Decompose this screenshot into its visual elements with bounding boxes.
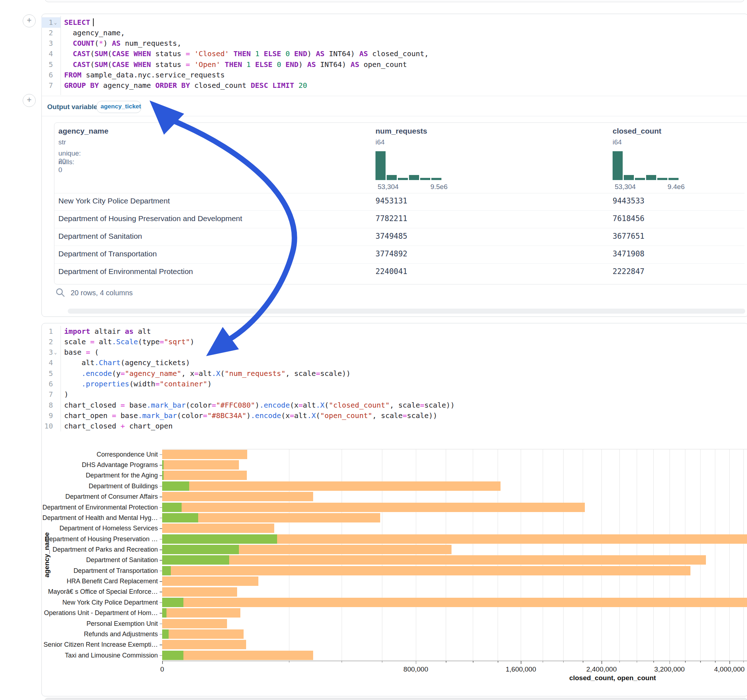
code-line[interactable]: ) — [64, 389, 713, 400]
histogram-bar[interactable] — [668, 178, 679, 180]
histogram-bar[interactable] — [657, 178, 667, 180]
y-axis-label: HRA Benefit Card Replacement — [36, 577, 158, 585]
line-number: 4 — [41, 48, 60, 59]
code-line[interactable]: .encode(y="agency_name", x=alt.X("num_re… — [64, 368, 713, 379]
table-cell-value: 7782211 — [375, 214, 408, 223]
code-token: + — [121, 422, 125, 430]
code-token: = — [186, 49, 190, 58]
collapse-chevron-icon[interactable]: ⌄ — [53, 17, 58, 28]
collapse-chevron-icon[interactable]: ⌄ — [53, 347, 58, 358]
histogram-bar[interactable] — [646, 175, 656, 180]
code-token: ( — [90, 348, 99, 356]
code-token: .mark_bar — [147, 401, 186, 409]
code-token: = — [86, 348, 90, 356]
code-line[interactable]: import altair as alt — [64, 326, 713, 337]
bar-closed-count[interactable] — [162, 629, 243, 639]
bar-open-count[interactable] — [162, 534, 277, 544]
bar-closed-count[interactable] — [162, 651, 313, 660]
bar-open-count[interactable] — [162, 608, 166, 617]
previous-cell-edge — [45, 0, 744, 2]
code-line[interactable]: scale = alt.Scale(type="sqrt") — [64, 337, 713, 347]
gridline — [289, 449, 289, 661]
code-line[interactable]: GROUP BY agency_name ORDER BY closed_cou… — [64, 80, 677, 91]
histogram-bar[interactable] — [431, 178, 442, 180]
bar-closed-count[interactable] — [162, 503, 585, 512]
bar-open-count[interactable] — [162, 629, 169, 639]
code-token: ( — [107, 60, 112, 69]
histogram-bar[interactable] — [409, 175, 419, 180]
y-axis-label: Refunds and Adjustments — [36, 630, 158, 638]
add-cell-button-middle[interactable]: + — [23, 94, 36, 107]
line-number: 7 — [41, 389, 60, 400]
code-line[interactable]: alt.Chart(agency_tickets) — [64, 358, 713, 368]
code-token — [190, 60, 194, 69]
column-header[interactable]: closed_count — [612, 127, 661, 136]
code-line[interactable]: chart_closed + chart_open — [64, 421, 713, 431]
code-line[interactable]: .properties(width="container") — [64, 379, 713, 389]
column-header[interactable]: num_requests — [375, 127, 427, 136]
histogram-bar[interactable] — [624, 175, 634, 180]
histogram-bar[interactable] — [635, 178, 645, 180]
row-separator — [54, 263, 744, 264]
code-token: alt — [64, 358, 94, 367]
y-axis-tick — [160, 613, 162, 614]
histogram-bar[interactable] — [420, 178, 430, 180]
bar-open-count[interactable] — [162, 651, 183, 660]
bar-closed-count[interactable] — [162, 566, 690, 575]
bar-closed-count[interactable] — [162, 555, 706, 564]
bar-open-count[interactable] — [162, 481, 189, 491]
bar-open-count[interactable] — [162, 471, 163, 480]
sql-code-editor[interactable]: SELECT agency_name, COUNT(*) AS num_requ… — [64, 17, 677, 91]
bar-closed-count[interactable] — [162, 523, 274, 533]
bar-closed-count[interactable] — [162, 619, 227, 628]
histogram-bar[interactable] — [612, 151, 623, 180]
line-number: 9 — [41, 410, 60, 421]
code-token: (width — [129, 380, 155, 388]
histogram-bar[interactable] — [398, 178, 408, 180]
row-separator — [54, 246, 744, 246]
bar-open-count[interactable] — [162, 566, 171, 575]
code-line[interactable]: CAST(SUM(CASE WHEN status = 'Open' THEN … — [64, 59, 677, 70]
python-code-editor[interactable]: import altair as altscale = alt.Scale(ty… — [64, 326, 713, 432]
gridline — [583, 449, 583, 661]
table-horizontal-scrollbar[interactable] — [68, 309, 745, 314]
code-line[interactable]: CAST(SUM(CASE WHEN status = 'Closed' THE… — [64, 48, 677, 59]
bar-closed-count[interactable] — [162, 640, 246, 649]
bar-closed-count[interactable] — [162, 492, 313, 501]
histogram-bar[interactable] — [375, 151, 386, 180]
code-line[interactable]: base = ( — [64, 347, 713, 358]
bar-open-count[interactable] — [162, 513, 198, 522]
bar-closed-count[interactable] — [162, 450, 247, 459]
bar-closed-count[interactable] — [162, 598, 747, 607]
bar-open-count[interactable] — [162, 545, 239, 554]
table-row-count-label: 20 rows, 4 columns — [71, 289, 133, 297]
bar-open-count[interactable] — [162, 598, 183, 607]
code-line[interactable]: agency_name, — [64, 28, 677, 38]
add-cell-button-top[interactable]: + — [23, 14, 36, 27]
bar-closed-count[interactable] — [162, 587, 237, 597]
next-cell-edge[interactable] — [44, 698, 747, 700]
bar-open-count[interactable] — [162, 503, 181, 512]
code-token: = — [112, 411, 116, 420]
column-header[interactable]: agency_name — [58, 127, 109, 136]
code-line[interactable]: COUNT(*) AS num_requests, — [64, 38, 677, 48]
code-token: ELSE — [264, 49, 281, 58]
bar-open-count[interactable] — [162, 460, 163, 469]
histogram-bar[interactable] — [387, 175, 397, 180]
code-token: import — [64, 327, 90, 336]
x-axis-tick — [700, 661, 701, 662]
bar-closed-count[interactable] — [162, 471, 247, 480]
output-variable-pill[interactable]: agency_tickets — [97, 101, 141, 113]
search-icon[interactable] — [55, 287, 66, 299]
bar-closed-count[interactable] — [162, 576, 259, 586]
code-line[interactable]: chart_open = base.mark_bar(color="#8BC34… — [64, 410, 713, 421]
bar-closed-count[interactable] — [162, 608, 240, 617]
gridline — [416, 449, 416, 661]
bar-closed-count[interactable] — [162, 481, 501, 491]
bar-closed-count[interactable] — [162, 460, 239, 469]
bar-open-count[interactable] — [162, 555, 229, 564]
code-line[interactable]: chart_closed = base.mark_bar(color="#FFC… — [64, 400, 713, 410]
code-token: = — [90, 337, 94, 346]
code-line[interactable]: SELECT — [64, 17, 677, 28]
code-line[interactable]: FROM sample_data.nyc.service_requests — [64, 70, 677, 80]
